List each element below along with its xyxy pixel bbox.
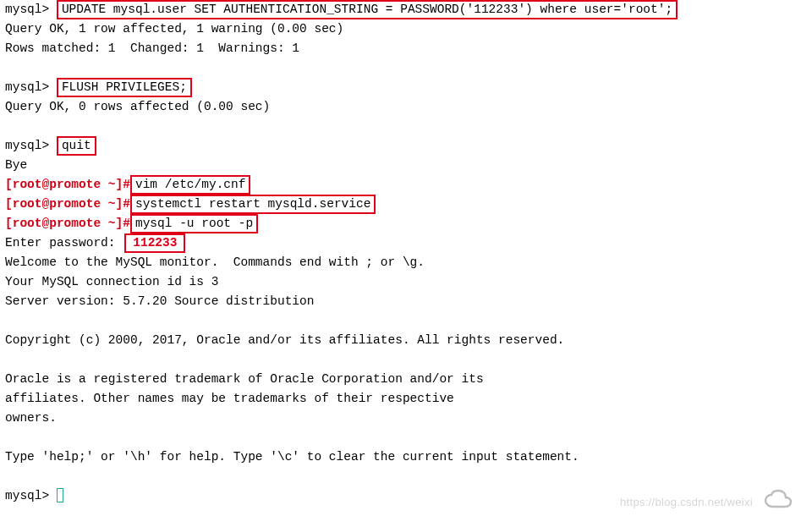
welcome-line: Welcome to the MySQL monitor. Commands e… xyxy=(5,253,807,272)
mysql-line-1: mysql> UPDATE mysql.user SET AUTHENTICAT… xyxy=(5,0,807,19)
mysql-line-2: mysql> FLUSH PRIVILEGES; xyxy=(5,78,807,97)
output-line: Bye xyxy=(5,156,807,175)
copyright-line: Copyright (c) 2000, 2017, Oracle and/or … xyxy=(5,331,807,350)
blank-line xyxy=(5,117,807,136)
output-line: Query OK, 1 row affected, 1 warning (0.0… xyxy=(5,19,807,39)
welcome-line: Server version: 5.7.20 Source distributi… xyxy=(5,292,807,311)
cursor-icon xyxy=(57,488,63,502)
output-line: Rows matched: 1 Changed: 1 Warnings: 1 xyxy=(5,39,807,58)
sql-update-command: UPDATE mysql.user SET AUTHENTICATION_STR… xyxy=(57,0,678,19)
shell-systemctl-command: systemctl restart mysqld.service xyxy=(130,195,376,214)
shell-line-2: [root@promote ~]#systemctl restart mysql… xyxy=(5,195,807,214)
mysql-prompt: mysql> xyxy=(5,489,49,502)
enter-password-label: Enter password: xyxy=(5,236,116,250)
shell-line-3: [root@promote ~]#mysql -u root -p xyxy=(5,214,807,233)
shell-mysql-command: mysql -u root -p xyxy=(130,214,258,233)
shell-vim-command: vim /etc/my.cnf xyxy=(130,175,251,195)
mysql-prompt: mysql> xyxy=(5,80,49,94)
blank-line xyxy=(5,311,807,331)
sql-quit-command: quit xyxy=(57,136,96,156)
blank-line xyxy=(5,350,807,370)
shell-prompt: [root@promote ~]# xyxy=(5,197,130,211)
output-line: Query OK, 0 rows affected (0.00 sec) xyxy=(5,97,807,117)
shell-prompt: [root@promote ~]# xyxy=(5,217,130,230)
watermark-text: https://blog.csdn.net/weixi xyxy=(620,492,753,512)
enter-password-line: Enter password: 112233 xyxy=(5,233,807,253)
sql-flush-command: FLUSH PRIVILEGES; xyxy=(57,78,192,97)
mysql-prompt: mysql> xyxy=(5,3,49,16)
password-value: 112233 xyxy=(124,233,185,253)
blank-line xyxy=(5,467,807,486)
trademark-line: Oracle is a registered trademark of Orac… xyxy=(5,370,807,389)
mysql-prompt: mysql> xyxy=(5,139,49,152)
help-line: Type 'help;' or '\h' for help. Type '\c'… xyxy=(5,447,807,467)
shell-prompt: [root@promote ~]# xyxy=(5,178,130,191)
trademark-line: owners. xyxy=(5,409,807,428)
cloud-icon xyxy=(763,490,802,512)
shell-line-1: [root@promote ~]#vim /etc/my.cnf xyxy=(5,175,807,195)
mysql-line-3: mysql> quit xyxy=(5,136,807,156)
brand-logo xyxy=(763,490,802,519)
terminal-output: mysql> UPDATE mysql.user SET AUTHENTICAT… xyxy=(0,0,812,506)
welcome-line: Your MySQL connection id is 3 xyxy=(5,272,807,292)
blank-line xyxy=(5,58,807,78)
trademark-line: affiliates. Other names may be trademark… xyxy=(5,389,807,409)
blank-line xyxy=(5,428,807,447)
